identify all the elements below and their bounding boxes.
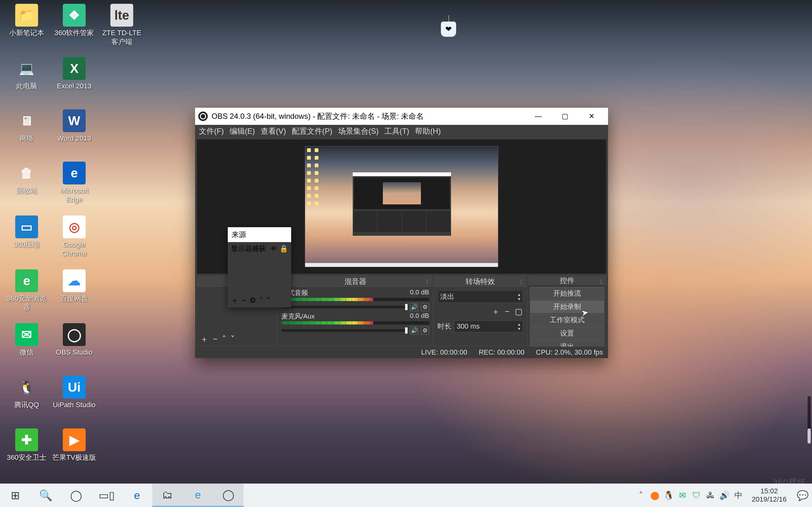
tray-icon-vol[interactable]: 🔊: [717, 484, 731, 507]
visibility-icon[interactable]: 👁: [270, 245, 277, 252]
sources-tool-2[interactable]: ⚙: [249, 296, 256, 305]
transition-tool-0[interactable]: ＋: [491, 306, 500, 317]
desktop-icon-uipath[interactable]: UiUiPath Studio: [52, 376, 96, 409]
mixer-volume-slider-0[interactable]: [281, 306, 408, 308]
360soft-icon: ❖: [63, 4, 86, 26]
transition-tool-2[interactable]: ▢: [514, 307, 523, 317]
mixer-settings-button-1[interactable]: ⚙: [421, 326, 429, 335]
mixer-volume-slider-1[interactable]: [281, 329, 408, 332]
taskbar-button-edge[interactable]: e: [122, 484, 152, 507]
lock-icon[interactable]: 🔒: [280, 245, 288, 253]
tray-icon-360[interactable]: ⬤: [648, 484, 662, 507]
desktop-icon-recycle[interactable]: 🗑回收站: [4, 162, 49, 195]
status-cpu: CPU: 2.0%, 30.00 fps: [536, 348, 603, 356]
desktop-icon-obsstudio[interactable]: ◯OBS Studio: [52, 323, 96, 357]
taskbar-button-explorer[interactable]: 🗂: [152, 484, 183, 507]
desktop-icon-label: 腾讯QQ: [14, 400, 39, 409]
desktop-icon-360browser[interactable]: e360安全浏览器: [4, 269, 49, 312]
scenes-toolbar: ＋−˄˅: [197, 333, 276, 345]
excel-icon: X: [63, 57, 86, 80]
scenes-tool-1[interactable]: −: [213, 334, 217, 344]
desktop-icon-baidupan[interactable]: ☁百度网盘: [52, 269, 96, 303]
tray-icon-net[interactable]: 🖧: [704, 484, 717, 507]
menu-item-3[interactable]: 配置文件(P): [292, 126, 333, 136]
menu-item-4[interactable]: 场景集合(S): [338, 126, 379, 136]
sources-tool-3[interactable]: ˄: [259, 296, 263, 305]
mixer-ch-name-1: 麦克风/Aux: [281, 312, 315, 321]
desktop-icon-label: 微信: [20, 348, 34, 357]
desktop-icon-network[interactable]: 🖥网络: [4, 109, 49, 143]
tray-icon-qq[interactable]: 🐧: [662, 484, 676, 507]
taskbar-clock[interactable]: 15:02 2019/12/16: [745, 487, 793, 504]
source-item-display-capture[interactable]: 显示器捕获 👁 🔒: [228, 242, 291, 256]
taskbar-button-start[interactable]: ⊞: [0, 484, 31, 507]
menu-item-6[interactable]: 帮助(H): [415, 126, 441, 136]
desktop-icon-notebook[interactable]: 📁小新笔记本: [4, 4, 49, 38]
tray-icon-ime[interactable]: 中: [731, 484, 745, 507]
sources-tool-4[interactable]: ˅: [266, 296, 270, 305]
desktop-icon-label: Google Chrome: [52, 240, 96, 258]
control-button-3[interactable]: 设置: [530, 327, 604, 340]
desktop-icon-edge[interactable]: eMicrosoft Edge: [52, 162, 96, 204]
window-minimize-button[interactable]: —: [525, 108, 552, 125]
window-close-button[interactable]: ✕: [578, 108, 605, 125]
menu-item-2[interactable]: 查看(V): [261, 126, 286, 136]
desktop-icon-qq[interactable]: 🐧腾讯QQ: [4, 376, 49, 409]
tray-icon-up[interactable]: ˄: [634, 484, 648, 507]
desktop-icon-word[interactable]: WWord 2013: [52, 109, 96, 143]
desktop-icon-thispc[interactable]: 💻此电脑: [4, 57, 49, 91]
mixer-mute-button-0[interactable]: 🔊: [410, 303, 418, 311]
sources-tool-1[interactable]: −: [242, 296, 246, 305]
taskbar-button-search[interactable]: 🔍: [31, 484, 61, 507]
desktop-icon-360zip[interactable]: ▭360压缩: [4, 216, 49, 249]
transition-duration-input[interactable]: 300 ms▴▾: [454, 320, 523, 332]
taskbar-button-cortana[interactable]: ◯: [61, 484, 91, 507]
chrome-icon: ◎: [63, 216, 86, 238]
taskbar-button-obs[interactable]: ◯: [213, 484, 244, 507]
menu-item-0[interactable]: 文件(F): [199, 126, 224, 136]
desktop-icon-360safe[interactable]: ✚360安全卫士: [4, 429, 49, 462]
action-center-button[interactable]: 💬: [793, 490, 812, 501]
menu-item-5[interactable]: 工具(T): [385, 126, 409, 136]
scenes-tool-2[interactable]: ˄: [222, 334, 226, 344]
edge-icon: e: [63, 162, 86, 184]
taskbar-button-ie[interactable]: e: [183, 484, 213, 507]
window-maximize-button[interactable]: ▢: [552, 108, 578, 125]
control-button-2[interactable]: 工作室模式: [530, 314, 604, 326]
tray-icon-guard[interactable]: 🛡: [690, 484, 704, 507]
mixer-ch-db-0: 0.0 dB: [410, 288, 429, 297]
mixer-mute-button-1[interactable]: 🔊: [410, 326, 418, 335]
desktop-icon-360soft[interactable]: ❖360软件管家: [52, 4, 96, 38]
desktop-icon-mangguo[interactable]: ▶芒果TV极速版: [52, 429, 96, 462]
sources-popup: 来源 显示器捕获 👁 🔒 ＋−⚙˄˅: [228, 227, 291, 307]
scenes-tool-3[interactable]: ˅: [231, 334, 235, 344]
sources-header: 来源: [228, 227, 291, 242]
control-button-1[interactable]: 开始录制: [530, 300, 604, 313]
desktop-icon-label: 芒果TV极速版: [52, 453, 96, 462]
menu-item-1[interactable]: 编辑(E): [230, 126, 255, 136]
desktop-icon-chrome[interactable]: ◎Google Chrome: [52, 216, 96, 258]
obs-titlebar[interactable]: OBS 24.0.3 (64-bit, windows) - 配置文件: 未命名…: [195, 108, 608, 125]
360safe-icon: ✚: [15, 429, 38, 451]
sources-toolbar: ＋−⚙˄˅: [228, 293, 291, 307]
taskbar-button-taskview[interactable]: ▭▯: [91, 484, 122, 507]
mixer-settings-button-0[interactable]: ⚙: [421, 303, 429, 311]
status-live: LIVE: 00:00:00: [421, 348, 467, 356]
obs-menubar: 文件(F)编辑(E)查看(V)配置文件(P)场景集合(S)工具(T)帮助(H): [195, 125, 608, 137]
transition-select[interactable]: 淡出▴▾: [438, 290, 523, 303]
scenes-tool-0[interactable]: ＋: [200, 334, 208, 345]
sources-tool-0[interactable]: ＋: [231, 295, 239, 305]
tray-icon-wechat[interactable]: ✉: [676, 484, 690, 507]
system-tray: ˄⬤🐧✉🛡🖧🔊中 15:02 2019/12/16 💬: [634, 484, 812, 507]
desktop-icon-wechat[interactable]: ✉微信: [4, 323, 49, 357]
taskbar: ⊞🔍◯▭▯e🗂e◯ ˄⬤🐧✉🛡🖧🔊中 15:02 2019/12/16 💬: [0, 484, 812, 507]
desktop-icon-zte[interactable]: lteZTE TD-LTE 客户端: [100, 4, 144, 46]
desktop-icon-excel[interactable]: XExcel 2013: [52, 57, 96, 91]
notebook-icon: 📁: [15, 4, 38, 26]
desktop-icon-label: 360软件管家: [55, 29, 94, 38]
desktop-icon-label: 回收站: [16, 186, 37, 195]
desktop-icon-label: Excel 2013: [57, 82, 92, 91]
transition-tool-1[interactable]: −: [503, 307, 512, 317]
control-button-0[interactable]: 开始推流: [530, 287, 604, 300]
dock-mixer: 混音器⋮ 台式音频0.0 dB 🔊 ⚙ 麦克风/Aux0.0 dB 🔊 ⚙: [278, 276, 432, 345]
